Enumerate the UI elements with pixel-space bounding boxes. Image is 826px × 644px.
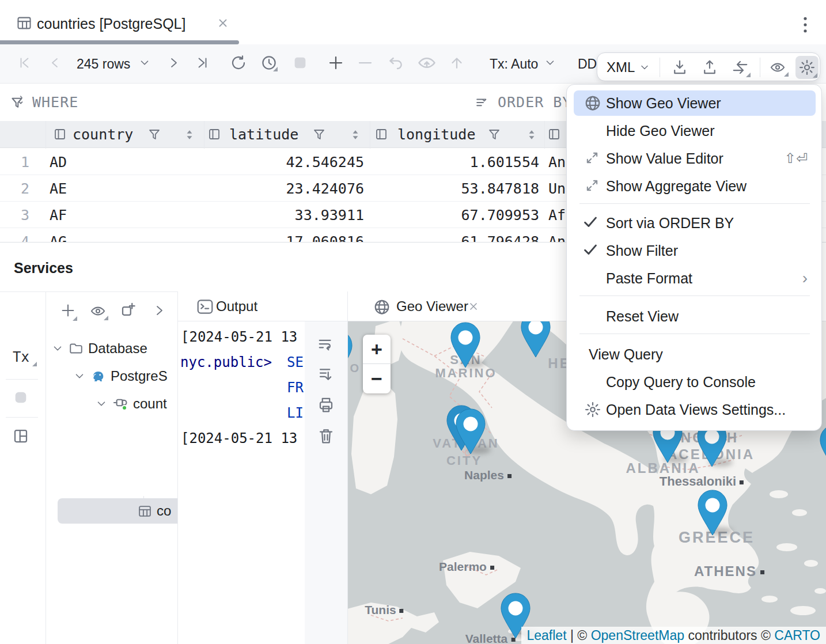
tree-item-connection[interactable]: count: [95, 391, 167, 416]
settings-gear-button[interactable]: [795, 56, 819, 79]
sort-arrows-icon[interactable]: [350, 129, 361, 143]
tab-title[interactable]: countries [PostgreSQL]: [37, 16, 185, 32]
map-marker-san-marino[interactable]: [449, 321, 482, 370]
page-size-label[interactable]: 245 rows: [77, 56, 130, 71]
table-icon: [16, 15, 32, 33]
column-header-country[interactable]: country: [73, 126, 133, 143]
menu-item-reset-view[interactable]: Reset View: [574, 304, 816, 329]
where-clause-input[interactable]: WHERE: [32, 94, 78, 111]
soft-wrap-icon[interactable]: [317, 335, 335, 355]
chevron-down-icon: [73, 370, 86, 382]
auto-refresh-icon[interactable]: [260, 54, 278, 74]
next-page-icon[interactable]: [166, 56, 180, 72]
column-header-longitude[interactable]: longitude: [397, 126, 475, 143]
sql-keyword-select: SE: [287, 354, 304, 370]
cell-longitude[interactable]: 53.847818: [461, 180, 539, 196]
scroll-to-end-icon[interactable]: [317, 366, 335, 385]
filter-funnel-icon[interactable]: [487, 128, 501, 144]
row-number: 3: [21, 206, 29, 223]
menu-item-hide-geo-viewer[interactable]: Hide Geo Viewer: [574, 118, 816, 143]
order-by-input[interactable]: ORDER BY: [498, 94, 571, 111]
close-tab-icon[interactable]: [217, 17, 229, 32]
menu-item-paste-format[interactable]: Paste Format ›: [574, 266, 816, 291]
cell-longitude[interactable]: 67.709953: [461, 206, 539, 223]
console-log-line: [2024-05-21 13: [181, 329, 297, 345]
menu-item-show-aggregate-view[interactable]: Show Aggregate View: [574, 173, 816, 199]
first-page-icon[interactable]: [17, 55, 32, 73]
cell-country[interactable]: AD: [50, 153, 67, 170]
cell-name[interactable]: An: [548, 153, 566, 170]
output-tab[interactable]: Output: [178, 291, 347, 321]
cell-country[interactable]: AG: [50, 233, 67, 242]
tree-item-countries-table[interactable]: co: [138, 498, 171, 524]
cell-name[interactable]: An: [548, 233, 566, 242]
tree-item-postgresql[interactable]: PostgreS: [73, 363, 168, 389]
layout-icon[interactable]: [12, 427, 29, 447]
order-by-icon[interactable]: [475, 96, 492, 113]
menu-item-open-data-views-settings[interactable]: Open Data Views Settings...: [574, 397, 816, 422]
map-marker-greece[interactable]: [696, 489, 729, 537]
tree-item-database[interactable]: Database: [51, 336, 147, 361]
cell-country[interactable]: AF: [50, 206, 67, 223]
compare-transfer-icon[interactable]: [731, 59, 749, 78]
leaflet-link[interactable]: Leaflet: [527, 628, 567, 643]
cell-country[interactable]: AE: [50, 180, 67, 196]
menu-item-view-query[interactable]: View Query: [574, 342, 816, 367]
eye-icon[interactable]: [89, 303, 107, 321]
menu-item-show-value-editor[interactable]: Show Value Editor ⇧⏎: [574, 146, 816, 171]
sort-arrows-icon[interactable]: [526, 129, 537, 143]
openstreetmap-link[interactable]: OpenStreetMap: [591, 628, 684, 643]
import-icon[interactable]: [671, 59, 688, 78]
chevron-down-icon[interactable]: [639, 62, 650, 75]
prev-page-icon[interactable]: [48, 56, 62, 72]
refresh-icon[interactable]: [230, 54, 247, 74]
map-marker-partial-right[interactable]: [818, 424, 826, 472]
tx-mode-chevron-icon[interactable]: [544, 56, 556, 71]
zoom-out-button[interactable]: −: [363, 364, 391, 393]
chevron-down-icon: [51, 342, 64, 355]
filter-funnel-icon[interactable]: [312, 128, 326, 144]
map-marker-monaco[interactable]: [348, 329, 354, 378]
menu-item-sort-via-order-by[interactable]: Sort via ORDER BY: [574, 210, 816, 236]
connected-status-dot: [122, 405, 127, 411]
export-format-select[interactable]: XML: [607, 59, 635, 75]
close-geo-viewer-icon[interactable]: [468, 301, 479, 315]
cell-latitude[interactable]: 17.060816: [286, 233, 364, 242]
add-service-icon[interactable]: [60, 302, 76, 321]
sql-keyword-limit: LI: [287, 405, 304, 421]
ddl-button-label[interactable]: DD: [578, 56, 597, 71]
view-options-eye-icon[interactable]: [768, 59, 787, 78]
clear-output-trash-icon[interactable]: [317, 427, 335, 447]
map-marker-partial-top[interactable]: [519, 321, 552, 359]
expand-toolbar-chevron-icon[interactable]: [152, 304, 166, 320]
filter-funnel-icon[interactable]: [147, 128, 161, 144]
map-label-naples: Naples: [464, 468, 511, 482]
cell-latitude[interactable]: 23.424076: [286, 180, 364, 196]
tx-mode-label[interactable]: Tx: Auto: [490, 56, 538, 71]
cell-latitude[interactable]: 42.546245: [286, 153, 364, 170]
print-icon[interactable]: [317, 396, 335, 416]
app-window: countries [PostgreSQL] 245 rows Tx: Auto…: [0, 0, 826, 644]
tx-toggle-button[interactable]: Tx: [13, 349, 29, 365]
where-filter-icon[interactable]: [10, 96, 28, 114]
cell-longitude[interactable]: -61.796428: [452, 233, 539, 242]
carto-link[interactable]: CARTO: [774, 628, 820, 643]
menu-item-show-geo-viewer[interactable]: Show Geo Viewer: [574, 90, 816, 116]
revert-icon: [387, 54, 406, 74]
cell-latitude[interactable]: 33.93911: [295, 206, 364, 223]
zoom-in-button[interactable]: +: [363, 335, 391, 364]
add-row-icon[interactable]: [327, 54, 344, 74]
menu-item-copy-query-to-console[interactable]: Copy Query to Console: [574, 369, 816, 395]
open-in-new-tab-icon[interactable]: [120, 301, 137, 321]
menu-item-show-filter[interactable]: Show Filter: [574, 238, 816, 263]
map-marker-vatican-city[interactable]: [454, 408, 487, 456]
export-icon[interactable]: [701, 59, 718, 78]
cell-name[interactable]: Af: [548, 206, 566, 223]
page-size-chevron-icon[interactable]: [138, 56, 151, 71]
last-page-icon[interactable]: [195, 55, 210, 73]
column-header-latitude[interactable]: latitude: [229, 126, 298, 143]
sort-arrows-icon[interactable]: [184, 129, 195, 143]
cell-name[interactable]: Un: [548, 180, 566, 196]
cell-longitude[interactable]: 1.601554: [470, 153, 539, 170]
kebab-menu-icon[interactable]: [801, 16, 810, 36]
